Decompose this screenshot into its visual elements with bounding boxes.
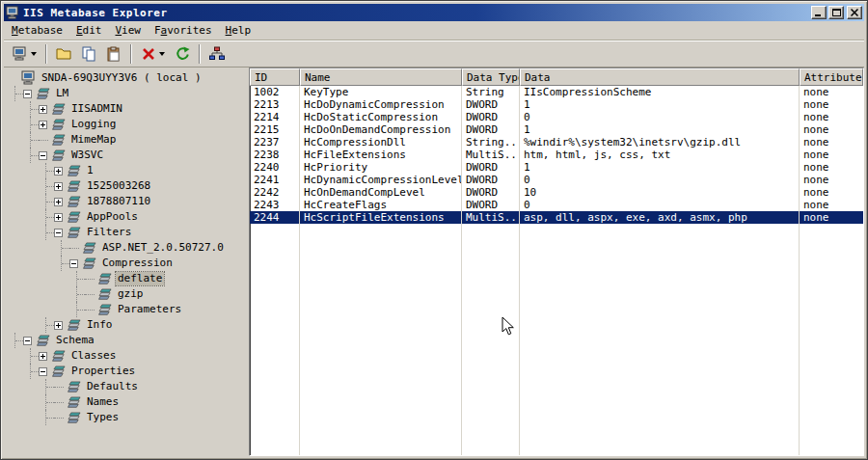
tree-connector: [39, 178, 54, 194]
key-icon: [68, 227, 82, 239]
tree-item-label: Logging: [69, 118, 118, 131]
tree-toggle-collapse-icon[interactable]: [23, 337, 32, 345]
tree-toggle-collapse-icon[interactable]: [54, 229, 63, 237]
menu-item-favorites[interactable]: Favorites: [148, 22, 219, 40]
minimize-button[interactable]: [811, 6, 827, 19]
tree-toggle-expand-icon[interactable]: [54, 198, 63, 206]
column-header-attributes[interactable]: Attributes: [800, 68, 863, 86]
tree-item-1525003268[interactable]: 1525003268: [8, 178, 249, 194]
cell-data: htm, html, js, css, txt: [520, 149, 800, 161]
cell-type: DWORD: [462, 199, 520, 211]
tree-connector: [39, 302, 54, 317]
tree-connector-stub: [54, 379, 67, 394]
copy-button[interactable]: [77, 42, 100, 66]
tree-toggle-expand-icon[interactable]: [39, 352, 47, 361]
tree-connector: [8, 209, 23, 225]
column-header-data[interactable]: Data: [520, 68, 800, 86]
table-row-2238[interactable]: 2238HcFileExtensionsMultiS...htm, html, …: [250, 149, 863, 161]
tree-item-filters[interactable]: Filters: [8, 225, 249, 240]
tree-item-gzip[interactable]: gzip: [8, 286, 249, 302]
cell-data: asp, dll, aspx, exe, axd, asmx, php: [520, 211, 800, 224]
tree-item-schema[interactable]: Schema: [8, 333, 249, 348]
table-row-2213[interactable]: 2213HcDoDynamicCompressionDWORD1none: [250, 98, 863, 111]
table-row-2215[interactable]: 2215HcDoOnDemandCompressionDWORD1none: [250, 123, 863, 136]
tree-toggle-expand-icon[interactable]: [54, 182, 63, 191]
table-row-2242[interactable]: 2242HcOnDemandCompLevelDWORD10none: [250, 186, 863, 199]
minimize-icon: [815, 9, 823, 16]
tree-item-info[interactable]: Info: [8, 317, 249, 333]
tree-item-classes[interactable]: Classes: [8, 348, 249, 364]
connect-button[interactable]: [9, 42, 41, 66]
tree-connector: [23, 148, 39, 163]
tree-item-label: Classes: [69, 349, 118, 363]
tree-connector: [8, 286, 23, 302]
column-header-name[interactable]: Name: [300, 68, 462, 86]
tree-item-label: Defaults: [85, 380, 140, 393]
tree-item-parameters[interactable]: Parameters: [8, 302, 249, 317]
cell-type: String...: [462, 136, 520, 149]
new-key-button[interactable]: [52, 42, 75, 66]
tree-item-properties[interactable]: Properties: [8, 364, 249, 379]
menu-item-edit[interactable]: Edit: [69, 22, 109, 40]
table-row-1002[interactable]: 1002KeyTypeStringIIsCompressionSchemenon…: [250, 86, 863, 98]
menu-item-help[interactable]: Help: [219, 22, 258, 40]
table-row-2214[interactable]: 2214HcDoStaticCompressionDWORD0none: [250, 111, 863, 123]
tree-toggle-collapse-icon[interactable]: [39, 367, 47, 376]
tree-connector: [23, 271, 39, 286]
tree-toggle-collapse-icon[interactable]: [69, 259, 78, 268]
tree-item-defaults[interactable]: Defaults: [8, 379, 249, 394]
tree-toggle-expand-icon[interactable]: [54, 213, 63, 222]
tree-item-w3svc[interactable]: W3SVC: [8, 148, 249, 163]
tree-toggle-expand-icon[interactable]: [39, 105, 47, 114]
key-icon: [83, 257, 97, 270]
table-row-2237[interactable]: 2237HcCompressionDllString...%windir%\sy…: [250, 136, 863, 149]
table-row-2243[interactable]: 2243HcCreateFlagsDWORD0none: [250, 199, 863, 211]
tree-item-names[interactable]: Names: [8, 394, 249, 410]
tree-item-1878807110[interactable]: 1878807110: [8, 194, 249, 209]
paste-button[interactable]: [102, 42, 125, 66]
menu-item-view[interactable]: View: [108, 22, 148, 40]
tree-item-label: 1: [85, 164, 95, 177]
tree-connector-stub: [85, 302, 97, 317]
close-button[interactable]: [847, 6, 862, 19]
table-row-2240[interactable]: 2240HcPriorityDWORD1none: [250, 161, 863, 174]
tree-item-deflate[interactable]: deflate: [8, 271, 249, 286]
column-header-id[interactable]: ID: [250, 68, 300, 86]
tree-item-lm[interactable]: LM: [8, 86, 249, 101]
maximize-button[interactable]: [828, 6, 844, 19]
tree-connector: [69, 286, 85, 302]
tree-item-compression[interactable]: Compression: [8, 256, 249, 271]
tree-toggle-expand-icon[interactable]: [54, 321, 63, 330]
tree-item-logging[interactable]: Logging: [8, 117, 249, 132]
key-icon: [98, 273, 113, 285]
tree-toggle-collapse-icon[interactable]: [39, 151, 47, 160]
tree-item-label: Compression: [100, 257, 175, 270]
table-row-2244[interactable]: 2244HcScriptFileExtensionsMultiS...asp, …: [250, 211, 863, 224]
cell-type: DWORD: [462, 111, 520, 123]
cell-attributes: none: [800, 199, 863, 211]
tree-item-asp-net-2-0-50727-0[interactable]: ASP.NET_2.0.50727.0: [8, 240, 249, 256]
tree-item-1[interactable]: 1: [8, 163, 249, 178]
cell-type: DWORD: [462, 98, 520, 111]
delete-icon: [141, 46, 156, 62]
tree-item-types[interactable]: Types: [8, 410, 249, 425]
tree-item-snda-69q3uyy3v6-local[interactable]: SNDA-69Q3UYY3V6 ( local ): [8, 70, 249, 86]
menu-item-metabase[interactable]: Metabase: [5, 22, 69, 40]
key-icon: [68, 396, 82, 409]
tree-connector: [8, 364, 23, 379]
tree-item-mimemap[interactable]: MimeMap: [8, 132, 249, 148]
tree-connector: [8, 410, 23, 425]
network-button[interactable]: [205, 42, 229, 66]
delete-button[interactable]: [137, 42, 169, 66]
tree-item-label: MimeMap: [69, 133, 118, 147]
tree-toggle-expand-icon[interactable]: [39, 121, 47, 129]
tree-item-apppools[interactable]: AppPools: [8, 209, 249, 225]
tree-toggle-expand-icon[interactable]: [54, 167, 63, 176]
refresh-button[interactable]: [171, 42, 194, 66]
tree-toggle-collapse-icon[interactable]: [23, 90, 32, 98]
table-row-2241[interactable]: 2241HcDynamicCompressionLevelDWORD0none: [250, 174, 863, 186]
tree-connector: [39, 209, 54, 225]
tree-connector: [23, 132, 39, 148]
column-header-data-type[interactable]: Data Type: [462, 68, 520, 86]
tree-item-iisadmin[interactable]: IISADMIN: [8, 101, 249, 117]
